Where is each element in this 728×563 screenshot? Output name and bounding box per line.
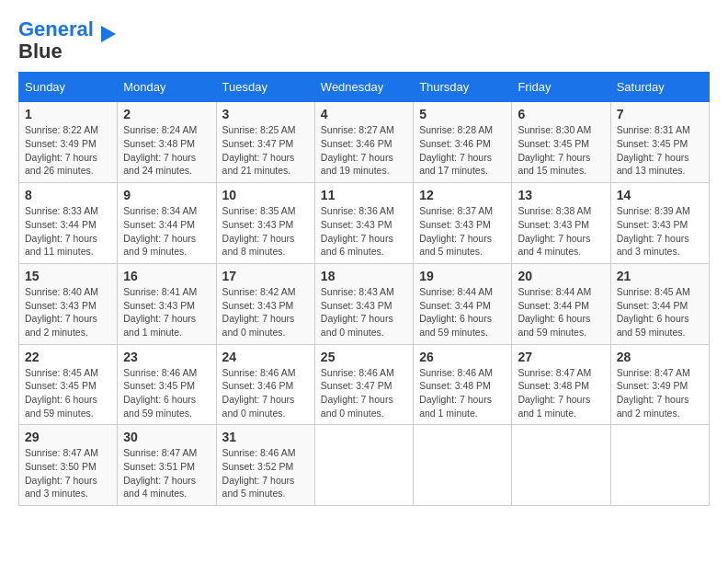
- calendar-day-cell: 6 Sunrise: 8:30 AM Sunset: 3:45 PM Dayli…: [512, 102, 610, 183]
- calendar-day-cell: 21 Sunrise: 8:45 AM Sunset: 3:44 PM Dayl…: [610, 263, 709, 344]
- weekday-header-cell: Saturday: [610, 73, 709, 102]
- day-number: 23: [123, 350, 210, 364]
- day-info: Sunrise: 8:47 AM Sunset: 3:49 PM Dayligh…: [617, 366, 703, 420]
- day-number: 4: [321, 107, 407, 121]
- calendar-week-row: 29 Sunrise: 8:47 AM Sunset: 3:50 PM Dayl…: [19, 425, 710, 506]
- day-number: 7: [617, 107, 703, 121]
- day-info: Sunrise: 8:44 AM Sunset: 3:44 PM Dayligh…: [419, 285, 506, 339]
- calendar-day-cell: 22 Sunrise: 8:45 AM Sunset: 3:45 PM Dayl…: [19, 344, 118, 425]
- calendar-day-cell: 13 Sunrise: 8:38 AM Sunset: 3:43 PM Dayl…: [512, 183, 610, 264]
- calendar-day-cell: 7 Sunrise: 8:31 AM Sunset: 3:45 PM Dayli…: [610, 102, 709, 183]
- calendar-week-row: 15 Sunrise: 8:40 AM Sunset: 3:43 PM Dayl…: [19, 263, 710, 344]
- day-info: Sunrise: 8:46 AM Sunset: 3:45 PM Dayligh…: [123, 366, 210, 420]
- calendar-day-cell: 28 Sunrise: 8:47 AM Sunset: 3:49 PM Dayl…: [610, 344, 709, 425]
- day-info: Sunrise: 8:24 AM Sunset: 3:48 PM Dayligh…: [123, 123, 210, 178]
- calendar-day-cell: 30 Sunrise: 8:47 AM Sunset: 3:51 PM Dayl…: [118, 425, 216, 506]
- weekday-header-row: SundayMondayTuesdayWednesdayThursdayFrid…: [19, 73, 710, 102]
- day-number: 11: [321, 188, 407, 202]
- day-number: 30: [123, 430, 210, 444]
- day-number: 16: [123, 269, 210, 283]
- weekday-header-cell: Tuesday: [216, 73, 314, 102]
- calendar-day-cell: 9 Sunrise: 8:34 AM Sunset: 3:44 PM Dayli…: [118, 183, 216, 264]
- day-info: Sunrise: 8:35 AM Sunset: 3:43 PM Dayligh…: [222, 204, 309, 259]
- day-info: Sunrise: 8:46 AM Sunset: 3:48 PM Dayligh…: [419, 366, 506, 420]
- day-number: 2: [123, 107, 210, 121]
- day-number: 14: [617, 188, 703, 202]
- calendar-week-row: 22 Sunrise: 8:45 AM Sunset: 3:45 PM Dayl…: [19, 344, 710, 425]
- day-number: 18: [321, 269, 407, 283]
- calendar-body: 1 Sunrise: 8:22 AM Sunset: 3:49 PM Dayli…: [19, 102, 710, 506]
- weekday-header-cell: Friday: [512, 73, 610, 102]
- calendar-day-cell: 14 Sunrise: 8:39 AM Sunset: 3:43 PM Dayl…: [610, 183, 709, 264]
- day-number: 15: [25, 269, 111, 283]
- calendar-day-cell: 10 Sunrise: 8:35 AM Sunset: 3:43 PM Dayl…: [216, 183, 314, 264]
- weekday-header-cell: Sunday: [19, 73, 118, 102]
- day-info: Sunrise: 8:25 AM Sunset: 3:47 PM Dayligh…: [222, 123, 309, 178]
- day-info: Sunrise: 8:42 AM Sunset: 3:43 PM Dayligh…: [222, 285, 309, 339]
- calendar-day-cell: 17 Sunrise: 8:42 AM Sunset: 3:43 PM Dayl…: [216, 263, 314, 344]
- day-number: 22: [25, 350, 111, 364]
- day-number: 28: [617, 350, 703, 364]
- day-info: Sunrise: 8:47 AM Sunset: 3:51 PM Dayligh…: [123, 446, 210, 500]
- day-info: Sunrise: 8:33 AM Sunset: 3:44 PM Dayligh…: [25, 204, 111, 259]
- day-number: 12: [419, 188, 506, 202]
- day-info: Sunrise: 8:22 AM Sunset: 3:49 PM Dayligh…: [25, 123, 111, 178]
- day-info: Sunrise: 8:45 AM Sunset: 3:45 PM Dayligh…: [25, 366, 111, 420]
- day-number: 8: [25, 188, 111, 202]
- calendar-day-cell: 19 Sunrise: 8:44 AM Sunset: 3:44 PM Dayl…: [414, 263, 512, 344]
- calendar-day-cell: 2 Sunrise: 8:24 AM Sunset: 3:48 PM Dayli…: [118, 102, 216, 183]
- calendar-day-cell: [314, 425, 413, 506]
- calendar-day-cell: [512, 425, 610, 506]
- calendar-day-cell: 1 Sunrise: 8:22 AM Sunset: 3:49 PM Dayli…: [19, 102, 118, 183]
- logo-arrow-icon: [97, 24, 118, 44]
- calendar-day-cell: 4 Sunrise: 8:27 AM Sunset: 3:46 PM Dayli…: [314, 102, 413, 183]
- day-number: 24: [222, 350, 309, 364]
- page-header: GeneralBlue: [18, 18, 710, 63]
- calendar-table: SundayMondayTuesdayWednesdayThursdayFrid…: [18, 72, 710, 506]
- svg-marker-0: [101, 26, 116, 42]
- weekday-header-cell: Wednesday: [314, 73, 413, 102]
- day-info: Sunrise: 8:36 AM Sunset: 3:43 PM Dayligh…: [321, 204, 407, 259]
- calendar-week-row: 1 Sunrise: 8:22 AM Sunset: 3:49 PM Dayli…: [19, 102, 710, 183]
- calendar-day-cell: 12 Sunrise: 8:37 AM Sunset: 3:43 PM Dayl…: [414, 183, 512, 264]
- day-number: 25: [321, 350, 407, 364]
- calendar-day-cell: 16 Sunrise: 8:41 AM Sunset: 3:43 PM Dayl…: [118, 263, 216, 344]
- day-number: 21: [617, 269, 703, 283]
- calendar-day-cell: 18 Sunrise: 8:43 AM Sunset: 3:43 PM Dayl…: [314, 263, 413, 344]
- calendar-day-cell: 8 Sunrise: 8:33 AM Sunset: 3:44 PM Dayli…: [19, 183, 118, 264]
- calendar-day-cell: 15 Sunrise: 8:40 AM Sunset: 3:43 PM Dayl…: [19, 263, 118, 344]
- day-info: Sunrise: 8:47 AM Sunset: 3:48 PM Dayligh…: [518, 366, 604, 420]
- day-info: Sunrise: 8:27 AM Sunset: 3:46 PM Dayligh…: [321, 123, 407, 178]
- day-number: 5: [419, 107, 506, 121]
- calendar-day-cell: 11 Sunrise: 8:36 AM Sunset: 3:43 PM Dayl…: [314, 183, 413, 264]
- day-info: Sunrise: 8:47 AM Sunset: 3:50 PM Dayligh…: [25, 446, 111, 500]
- day-number: 6: [518, 107, 604, 121]
- calendar-day-cell: [610, 425, 709, 506]
- day-number: 20: [518, 269, 604, 283]
- calendar-day-cell: 25 Sunrise: 8:46 AM Sunset: 3:47 PM Dayl…: [314, 344, 413, 425]
- calendar-day-cell: 31 Sunrise: 8:46 AM Sunset: 3:52 PM Dayl…: [216, 425, 314, 506]
- day-number: 3: [222, 107, 309, 121]
- weekday-header-cell: Thursday: [414, 73, 512, 102]
- calendar-day-cell: 26 Sunrise: 8:46 AM Sunset: 3:48 PM Dayl…: [414, 344, 512, 425]
- calendar-week-row: 8 Sunrise: 8:33 AM Sunset: 3:44 PM Dayli…: [19, 183, 710, 264]
- day-number: 1: [25, 107, 111, 121]
- day-number: 13: [518, 188, 604, 202]
- day-info: Sunrise: 8:38 AM Sunset: 3:43 PM Dayligh…: [518, 204, 604, 259]
- day-info: Sunrise: 8:44 AM Sunset: 3:44 PM Dayligh…: [518, 285, 604, 339]
- calendar-day-cell: 27 Sunrise: 8:47 AM Sunset: 3:48 PM Dayl…: [512, 344, 610, 425]
- calendar-day-cell: [414, 425, 512, 506]
- calendar-day-cell: 29 Sunrise: 8:47 AM Sunset: 3:50 PM Dayl…: [19, 425, 118, 506]
- day-number: 27: [518, 350, 604, 364]
- logo-text: GeneralBlue: [18, 18, 94, 63]
- calendar-day-cell: 3 Sunrise: 8:25 AM Sunset: 3:47 PM Dayli…: [216, 102, 314, 183]
- calendar-day-cell: 20 Sunrise: 8:44 AM Sunset: 3:44 PM Dayl…: [512, 263, 610, 344]
- day-number: 31: [222, 430, 309, 444]
- day-number: 17: [222, 269, 309, 283]
- day-info: Sunrise: 8:28 AM Sunset: 3:46 PM Dayligh…: [419, 123, 506, 178]
- day-info: Sunrise: 8:46 AM Sunset: 3:52 PM Dayligh…: [222, 446, 309, 500]
- day-info: Sunrise: 8:43 AM Sunset: 3:43 PM Dayligh…: [321, 285, 407, 339]
- day-info: Sunrise: 8:30 AM Sunset: 3:45 PM Dayligh…: [518, 123, 604, 178]
- calendar-day-cell: 23 Sunrise: 8:46 AM Sunset: 3:45 PM Dayl…: [118, 344, 216, 425]
- day-number: 10: [222, 188, 309, 202]
